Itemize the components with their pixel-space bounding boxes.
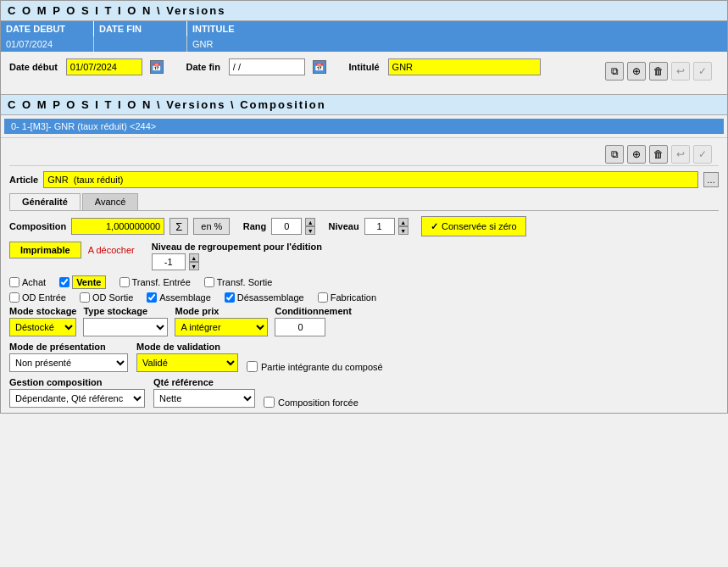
checkbox-row-1: Achat Vente Transf. Entrée Transf. Sorti… xyxy=(9,275,719,289)
imprimable-button[interactable]: Imprimable xyxy=(9,242,81,258)
date-fin-label: Date fin xyxy=(186,62,220,72)
vente-label: Vente xyxy=(72,275,105,289)
checkbox-od-sortie: OD Sortie xyxy=(80,292,133,303)
intitule-input[interactable] xyxy=(388,58,541,75)
versions-title: C O M P O S I T I O N \ Versions xyxy=(8,4,225,17)
row-intitule: GNR xyxy=(187,36,727,52)
checkbox-fabrication: Fabrication xyxy=(318,292,376,303)
niveau-regroupement-input[interactable] xyxy=(152,253,186,270)
gestion-composition-group: Gestion composition Dépendante, Qté réfé… xyxy=(9,377,145,408)
delete-button[interactable]: 🗑 xyxy=(649,62,668,81)
tab-generalite[interactable]: Généralité xyxy=(9,193,81,210)
desassemblage-label: Désassemblage xyxy=(237,292,304,303)
date-debut-calendar-icon[interactable]: 📅 xyxy=(150,60,164,74)
composition-section-header: C O M P O S I T I O N \ Versions \ Compo… xyxy=(1,94,727,115)
composition-item-label: 0- 1-[M3]- GNR (taux réduit) <244> xyxy=(11,121,156,131)
partie-integrante-checkbox[interactable] xyxy=(247,361,258,372)
date-fin-calendar-icon[interactable]: 📅 xyxy=(313,60,326,74)
dropdowns-row-1: Mode stockage Déstocké Stocké Géré Type … xyxy=(9,306,719,336)
niveau-regroupement-label: Niveau de regroupement pour l'édition xyxy=(152,242,322,252)
conditionnement-input[interactable] xyxy=(275,318,325,336)
type-stockage-group: Type stockage xyxy=(83,306,168,336)
versions-table-row[interactable]: 01/07/2024 GNR xyxy=(1,36,727,52)
details-validate-button[interactable]: ✓ xyxy=(693,145,712,164)
versions-toolbar: ⧉ ⊕ 🗑 ↩ ✓ xyxy=(598,58,719,84)
row-date-debut: 01/07/2024 xyxy=(1,36,94,52)
mode-presentation-select[interactable]: Non présenté Présenté xyxy=(9,353,128,372)
mode-validation-group: Mode de validation Validé Non validé xyxy=(136,342,238,372)
details-add-button[interactable]: ⊕ xyxy=(627,145,646,164)
col-header-date-fin: DATE FIN xyxy=(94,21,187,36)
mode-prix-select[interactable]: A intégrer Standard Actuel xyxy=(175,318,268,336)
niveau-regroupement-up[interactable]: ▲ xyxy=(189,253,199,262)
od-entree-checkbox[interactable] xyxy=(9,292,19,303)
od-sortie-checkbox[interactable] xyxy=(80,292,90,303)
details-copy-button[interactable]: ⧉ xyxy=(605,145,624,164)
transf-sortie-checkbox[interactable] xyxy=(204,277,214,287)
composition-input[interactable] xyxy=(71,218,164,235)
col-header-intitule: INTITULE xyxy=(187,21,727,36)
conservee-button[interactable]: ✓ Conservée si zéro xyxy=(421,216,526,236)
composition-item[interactable]: 0- 1-[M3]- GNR (taux réduit) <244> xyxy=(4,119,724,134)
date-fin-input[interactable] xyxy=(229,58,305,75)
od-sortie-label: OD Sortie xyxy=(92,292,133,303)
achat-checkbox[interactable] xyxy=(9,277,19,287)
conservee-label: Conservée si zéro xyxy=(442,221,517,231)
niveau-input[interactable] xyxy=(364,218,395,235)
en-pct-button[interactable]: en % xyxy=(193,218,230,235)
transf-sortie-label: Transf. Sortie xyxy=(217,277,273,287)
details-undo-button[interactable]: ↩ xyxy=(671,145,690,164)
transf-entree-checkbox[interactable] xyxy=(119,277,130,287)
sigma-button[interactable]: Σ xyxy=(169,218,188,235)
details-toolbar: ⧉ ⊕ 🗑 ↩ ✓ xyxy=(9,143,719,166)
dates-row: Date début 📅 Date fin 📅 Intitulé xyxy=(9,58,541,75)
gestion-composition-select[interactable]: Dépendante, Qté référenc Indépendante xyxy=(9,389,145,408)
checkbox-assemblage: Assemblage xyxy=(147,292,211,303)
conservee-check-icon: ✓ xyxy=(431,221,438,232)
vente-checkbox[interactable] xyxy=(59,277,69,287)
composition-forcee-group: Composition forcée xyxy=(264,397,358,408)
tab-content: Composition Σ en % Rang ▲ ▼ Niveau xyxy=(9,216,719,408)
copy-button[interactable]: ⧉ xyxy=(605,62,624,81)
composition-label: Composition xyxy=(9,221,66,231)
qte-reference-select[interactable]: Nette Brute xyxy=(153,389,255,408)
type-stockage-select[interactable] xyxy=(83,318,168,336)
assemblage-checkbox[interactable] xyxy=(147,292,157,303)
article-input[interactable] xyxy=(43,171,698,188)
desassemblage-checkbox[interactable] xyxy=(225,292,235,303)
undo-button[interactable]: ↩ xyxy=(671,62,690,81)
checkbox-achat: Achat xyxy=(9,277,46,287)
rang-up[interactable]: ▲ xyxy=(305,218,315,226)
tab-avance[interactable]: Avancé xyxy=(82,193,139,210)
add-button[interactable]: ⊕ xyxy=(627,62,646,81)
date-debut-input[interactable] xyxy=(66,58,142,75)
mode-validation-select[interactable]: Validé Non validé xyxy=(136,353,238,372)
achat-label: Achat xyxy=(22,277,46,287)
niveau-down[interactable]: ▼ xyxy=(398,226,408,235)
fabrication-checkbox[interactable] xyxy=(318,292,328,303)
mode-validation-label: Mode de validation xyxy=(136,342,238,352)
mode-stockage-label: Mode stockage xyxy=(9,306,76,316)
left-column: Composition Σ en % Rang ▲ ▼ Niveau xyxy=(9,216,719,408)
partie-integrante-group: Partie intégrante du composé xyxy=(247,361,383,372)
partie-integrante-label: Partie intégrante du composé xyxy=(261,362,383,372)
details-delete-button[interactable]: 🗑 xyxy=(649,145,668,164)
niveau-regroupement-down[interactable]: ▼ xyxy=(189,262,199,270)
article-btn[interactable]: … xyxy=(703,172,719,187)
mode-stockage-group: Mode stockage Déstocké Stocké Géré xyxy=(9,306,76,336)
row-date-fin xyxy=(94,36,187,52)
composition-forcee-checkbox[interactable] xyxy=(264,397,275,408)
rang-down[interactable]: ▼ xyxy=(305,226,315,235)
conditionnement-label: Conditionnement xyxy=(275,306,351,316)
rang-arrows: ▲ ▼ xyxy=(305,218,315,235)
validate-button[interactable]: ✓ xyxy=(693,62,712,81)
niveau-regroupement-arrows: ▲ ▼ xyxy=(189,253,199,270)
mode-stockage-select[interactable]: Déstocké Stocké Géré xyxy=(9,318,76,336)
rang-spinner: ▲ ▼ xyxy=(271,218,315,235)
qte-reference-label: Qté référence xyxy=(153,377,255,387)
niveau-up[interactable]: ▲ xyxy=(398,218,408,226)
type-stockage-label: Type stockage xyxy=(83,306,168,316)
checkbox-desassemblage: Désassemblage xyxy=(225,292,304,303)
mode-presentation-label: Mode de présentation xyxy=(9,342,128,352)
rang-input[interactable] xyxy=(271,218,302,235)
